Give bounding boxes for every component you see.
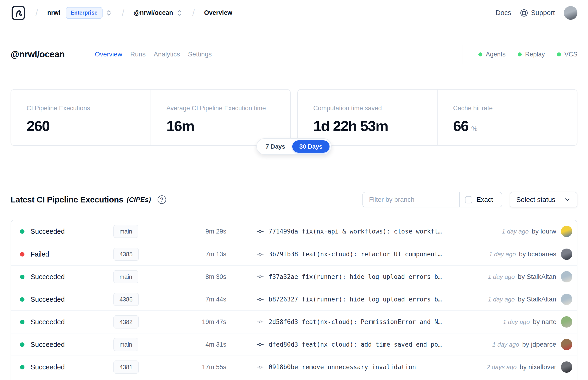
branch-badge[interactable]: 4382 <box>113 315 139 328</box>
avatar <box>561 361 572 373</box>
avatar <box>561 271 572 283</box>
status-dot <box>20 252 24 257</box>
indicator-agents[interactable]: Agents <box>478 51 505 58</box>
commit-text: 0918b0beremove unnecessary invalidation <box>269 363 450 371</box>
status-dot <box>20 342 24 347</box>
chevrons-up-down-icon <box>176 9 183 17</box>
stat-label: CI Pipeline Executions <box>27 105 151 112</box>
git-commit-icon <box>255 318 265 325</box>
avatar <box>561 294 572 305</box>
branch-filter-group: Exact <box>362 192 502 208</box>
section-title: Latest CI Pipeline Executions <box>11 195 123 204</box>
commit-text: 771499dafix(nx-api & workflows): close w… <box>269 228 450 235</box>
support-label: Support <box>531 9 555 17</box>
chevron-down-icon <box>564 196 571 203</box>
status-dot <box>557 53 561 57</box>
docs-link[interactable]: Docs <box>495 9 511 17</box>
range-option-30-days[interactable]: 30 Days <box>292 140 329 152</box>
chevrons-up-down-icon <box>105 9 113 17</box>
stat-average-execution-time: Average CI Pipeline Execution time 16m <box>151 90 290 145</box>
commit-text: 3b79fb38feat(nx-cloud): refactor UI comp… <box>269 251 450 258</box>
commit-meta: 1 day ago by jdpearce <box>492 341 556 348</box>
workspace-name[interactable]: @nrwl/ocean <box>133 9 173 17</box>
author: by jdpearce <box>522 341 556 348</box>
branch-badge[interactable]: main <box>113 225 138 238</box>
stat-value: 66 <box>453 117 469 134</box>
exact-checkbox[interactable] <box>465 196 472 203</box>
branch-badge[interactable]: main <box>113 270 138 283</box>
avatar <box>561 339 572 350</box>
table-row[interactable]: Failed 4385 7m 13s 3b79fb38feat(nx-cloud… <box>11 243 577 265</box>
tab-overview[interactable]: Overview <box>95 51 122 58</box>
table-row[interactable]: Succeeded main 9m 29s 771499dafix(nx-api… <box>11 220 577 243</box>
branch-badge[interactable]: 4385 <box>113 247 139 261</box>
tab-analytics[interactable]: Analytics <box>153 51 180 58</box>
commit-text: f37a32aefix(runner): hide log upload err… <box>269 273 450 280</box>
commit-message: feat(nx-cloud): add time-saved end po… <box>302 341 442 348</box>
commit-hash: 771499da <box>269 228 298 235</box>
indicator-label: VCS <box>564 51 577 58</box>
table-row[interactable]: Succeeded 4381 17m 55s 0918b0beremove un… <box>11 356 577 378</box>
breadcrumb-page: Overview <box>204 9 232 17</box>
table-row[interactable]: Succeeded main 8m 30s f37a32aefix(runner… <box>11 265 577 288</box>
commit-meta: 2 days ago by nixallover <box>487 363 556 371</box>
git-commit-icon <box>255 228 265 235</box>
time-ago: 1 day ago <box>488 296 515 303</box>
indicator-label: Replay <box>525 51 545 58</box>
commit-hash: 3b79fb38 <box>269 251 298 258</box>
page-title: @nrwl/ocean <box>11 49 65 59</box>
duration: 19m 47s <box>170 318 226 326</box>
range-option-7-days[interactable]: 7 Days <box>259 140 292 152</box>
indicator-label: Agents <box>486 51 505 58</box>
branch-filter-input[interactable] <box>363 196 459 203</box>
commit-hash: 2d58f6d3 <box>269 318 298 325</box>
table-row[interactable]: Succeeded main 4m 31s dfed80d3feat(nx-cl… <box>11 333 577 356</box>
status-label: Succeeded <box>31 273 113 281</box>
duration: 9m 29s <box>170 228 226 235</box>
workspace-header: @nrwl/ocean Overview Runs Analytics Sett… <box>11 44 577 65</box>
cipe-table: Succeeded main 9m 29s 771499dafix(nx-api… <box>11 220 577 380</box>
commit-message: feat(nx-cloud): PermissionError and N… <box>302 318 442 325</box>
stat-cache-hit-rate: Cache hit rate 66% <box>437 90 577 145</box>
support-link[interactable]: Support <box>520 9 555 17</box>
tab-runs[interactable]: Runs <box>130 51 146 58</box>
stat-ci-pipeline-executions: CI Pipeline Executions 260 <box>11 90 151 145</box>
branch-badge[interactable]: 4386 <box>113 293 139 306</box>
table-row[interactable]: Succeeded 4386 7m 44s b8726327fix(runner… <box>11 288 577 310</box>
workspace-switcher[interactable] <box>176 9 183 17</box>
help-icon[interactable]: ? <box>158 195 166 204</box>
status-label: Succeeded <box>31 318 113 326</box>
time-ago: 1 day ago <box>503 318 530 326</box>
plan-badge: Enterprise <box>66 7 103 19</box>
time-ago: 1 day ago <box>488 273 515 281</box>
commit-message: feat(nx-cloud): refactor UI component… <box>302 251 442 258</box>
nx-logo-icon[interactable] <box>11 5 26 21</box>
org-name[interactable]: nrwl <box>47 9 60 17</box>
exact-label: Exact <box>476 196 493 203</box>
commit-text: b8726327fix(runner): hide log upload err… <box>269 296 450 303</box>
top-navbar: / nrwl Enterprise / @nrwl/ocean / Overvi… <box>0 0 588 26</box>
section-subtitle: (CIPEs) <box>127 196 151 204</box>
commit-meta: 1 day ago by bcabanes <box>489 250 556 258</box>
git-commit-icon <box>255 296 265 303</box>
exact-filter: Exact <box>459 192 502 207</box>
status-label: Succeeded <box>31 228 113 235</box>
branch-badge[interactable]: 4381 <box>113 361 139 374</box>
select-status-button[interactable]: Select status <box>510 192 577 208</box>
commit-hash: dfed80d3 <box>269 341 298 348</box>
indicator-replay[interactable]: Replay <box>518 51 545 58</box>
docs-label: Docs <box>495 9 511 17</box>
tab-settings[interactable]: Settings <box>188 51 212 58</box>
stat-suffix: % <box>471 125 477 133</box>
user-avatar[interactable] <box>564 6 577 20</box>
breadcrumb-separator: / <box>122 8 124 18</box>
time-ago: 1 day ago <box>492 341 519 348</box>
branch-badge[interactable]: main <box>113 338 138 351</box>
stat-value: 260 <box>27 117 49 134</box>
org-switcher[interactable] <box>105 9 113 17</box>
commit-message: fix(runner): hide log upload errors b… <box>302 296 442 303</box>
header-divider <box>462 45 462 64</box>
table-row[interactable]: Succeeded 4382 19m 47s 2d58f6d3feat(nx-c… <box>11 310 577 333</box>
commit-hash: f37a32ae <box>269 273 298 280</box>
indicator-vcs[interactable]: VCS <box>557 51 577 58</box>
